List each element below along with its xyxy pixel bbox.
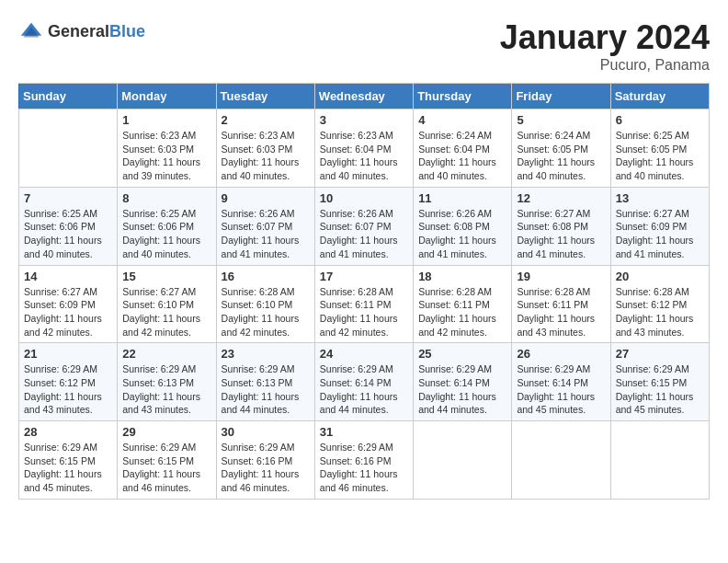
calendar-cell: 30Sunrise: 6:29 AMSunset: 6:16 PMDayligh…	[216, 421, 314, 500]
month-title: January 2024	[500, 18, 710, 57]
calendar-table: SundayMondayTuesdayWednesdayThursdayFrid…	[18, 83, 710, 500]
calendar-cell: 10Sunrise: 6:26 AMSunset: 6:07 PMDayligh…	[314, 187, 413, 265]
cell-info: Sunrise: 6:27 AMSunset: 6:09 PMDaylight:…	[24, 285, 112, 339]
day-number: 10	[320, 191, 408, 205]
day-number: 6	[616, 113, 704, 127]
calendar-cell: 4Sunrise: 6:24 AMSunset: 6:04 PMDaylight…	[414, 109, 512, 188]
day-number: 22	[122, 347, 210, 361]
cell-info: Sunrise: 6:23 AMSunset: 6:03 PMDaylight:…	[122, 129, 210, 183]
calendar-cell: 12Sunrise: 6:27 AMSunset: 6:08 PMDayligh…	[512, 187, 610, 265]
day-number: 28	[24, 425, 112, 439]
calendar-cell: 14Sunrise: 6:27 AMSunset: 6:09 PMDayligh…	[19, 265, 118, 343]
cell-info: Sunrise: 6:29 AMSunset: 6:16 PMDaylight:…	[320, 441, 408, 495]
cell-info: Sunrise: 6:25 AMSunset: 6:05 PMDaylight:…	[616, 129, 704, 183]
cell-info: Sunrise: 6:27 AMSunset: 6:09 PMDaylight:…	[616, 207, 704, 261]
cell-info: Sunrise: 6:29 AMSunset: 6:15 PMDaylight:…	[616, 362, 704, 417]
page-header: GeneralBlue January 2024 Pucuro, Panama	[18, 18, 710, 74]
title-area: January 2024 Pucuro, Panama	[500, 18, 710, 74]
day-number: 27	[616, 347, 704, 361]
day-number: 2	[222, 113, 310, 127]
day-number: 24	[320, 347, 408, 361]
day-number: 14	[24, 270, 112, 283]
calendar-cell: 19Sunrise: 6:28 AMSunset: 6:11 PMDayligh…	[512, 265, 610, 343]
day-number: 11	[418, 191, 506, 205]
cell-info: Sunrise: 6:29 AMSunset: 6:16 PMDaylight:…	[222, 441, 310, 495]
day-number: 20	[616, 270, 704, 283]
calendar-cell	[19, 109, 118, 188]
week-row-3: 14Sunrise: 6:27 AMSunset: 6:09 PMDayligh…	[19, 265, 710, 343]
cell-info: Sunrise: 6:23 AMSunset: 6:04 PMDaylight:…	[320, 129, 408, 183]
column-header-friday: Friday	[512, 84, 610, 109]
column-header-wednesday: Wednesday	[314, 84, 413, 109]
cell-info: Sunrise: 6:29 AMSunset: 6:12 PMDaylight:…	[24, 362, 112, 417]
day-number: 3	[320, 113, 408, 127]
calendar-cell: 13Sunrise: 6:27 AMSunset: 6:09 PMDayligh…	[610, 187, 709, 265]
column-header-tuesday: Tuesday	[216, 84, 314, 109]
day-number: 7	[24, 191, 112, 205]
day-number: 8	[122, 191, 210, 205]
week-row-4: 21Sunrise: 6:29 AMSunset: 6:12 PMDayligh…	[19, 343, 710, 421]
day-number: 30	[222, 425, 310, 439]
calendar-cell: 26Sunrise: 6:29 AMSunset: 6:14 PMDayligh…	[512, 343, 610, 421]
calendar-cell: 18Sunrise: 6:28 AMSunset: 6:11 PMDayligh…	[414, 265, 512, 343]
day-number: 31	[320, 425, 408, 439]
calendar-cell: 7Sunrise: 6:25 AMSunset: 6:06 PMDaylight…	[19, 187, 118, 265]
cell-info: Sunrise: 6:29 AMSunset: 6:14 PMDaylight:…	[517, 362, 605, 417]
cell-info: Sunrise: 6:27 AMSunset: 6:08 PMDaylight:…	[517, 207, 605, 261]
logo-icon	[18, 18, 44, 44]
calendar-cell: 6Sunrise: 6:25 AMSunset: 6:05 PMDaylight…	[610, 109, 709, 188]
day-number: 9	[222, 191, 310, 205]
day-number: 1	[122, 113, 210, 127]
day-number: 13	[616, 191, 704, 205]
calendar-cell: 20Sunrise: 6:28 AMSunset: 6:12 PMDayligh…	[610, 265, 709, 343]
day-number: 26	[517, 347, 605, 361]
calendar-cell: 24Sunrise: 6:29 AMSunset: 6:14 PMDayligh…	[314, 343, 413, 421]
day-number: 29	[122, 425, 210, 439]
calendar-cell: 15Sunrise: 6:27 AMSunset: 6:10 PMDayligh…	[118, 265, 216, 343]
day-number: 18	[418, 270, 506, 283]
day-number: 21	[24, 347, 112, 361]
column-header-sunday: Sunday	[19, 84, 118, 109]
cell-info: Sunrise: 6:25 AMSunset: 6:06 PMDaylight:…	[122, 207, 210, 261]
day-number: 23	[222, 347, 310, 361]
cell-info: Sunrise: 6:29 AMSunset: 6:13 PMDaylight:…	[222, 362, 310, 417]
calendar-cell: 31Sunrise: 6:29 AMSunset: 6:16 PMDayligh…	[314, 421, 413, 500]
calendar-cell: 17Sunrise: 6:28 AMSunset: 6:11 PMDayligh…	[314, 265, 413, 343]
day-number: 15	[122, 270, 210, 283]
calendar-cell: 29Sunrise: 6:29 AMSunset: 6:15 PMDayligh…	[118, 421, 216, 500]
day-number: 16	[222, 270, 310, 283]
calendar-cell: 3Sunrise: 6:23 AMSunset: 6:04 PMDaylight…	[314, 109, 413, 188]
calendar-cell: 25Sunrise: 6:29 AMSunset: 6:14 PMDayligh…	[414, 343, 512, 421]
column-header-saturday: Saturday	[610, 84, 709, 109]
calendar-cell: 8Sunrise: 6:25 AMSunset: 6:06 PMDaylight…	[118, 187, 216, 265]
calendar-cell: 5Sunrise: 6:24 AMSunset: 6:05 PMDaylight…	[512, 109, 610, 188]
cell-info: Sunrise: 6:25 AMSunset: 6:06 PMDaylight:…	[24, 207, 112, 261]
calendar-cell: 23Sunrise: 6:29 AMSunset: 6:13 PMDayligh…	[216, 343, 314, 421]
day-number: 25	[418, 347, 506, 361]
cell-info: Sunrise: 6:28 AMSunset: 6:11 PMDaylight:…	[517, 285, 605, 339]
logo: GeneralBlue	[18, 18, 145, 44]
cell-info: Sunrise: 6:28 AMSunset: 6:11 PMDaylight:…	[320, 285, 408, 339]
cell-info: Sunrise: 6:24 AMSunset: 6:04 PMDaylight:…	[418, 129, 506, 183]
cell-info: Sunrise: 6:23 AMSunset: 6:03 PMDaylight:…	[222, 129, 310, 183]
day-number: 12	[517, 191, 605, 205]
cell-info: Sunrise: 6:26 AMSunset: 6:07 PMDaylight:…	[320, 207, 408, 261]
calendar-cell	[512, 421, 610, 500]
calendar-cell: 9Sunrise: 6:26 AMSunset: 6:07 PMDaylight…	[216, 187, 314, 265]
cell-info: Sunrise: 6:26 AMSunset: 6:07 PMDaylight:…	[222, 207, 310, 261]
column-header-thursday: Thursday	[414, 84, 512, 109]
calendar-cell: 27Sunrise: 6:29 AMSunset: 6:15 PMDayligh…	[610, 343, 709, 421]
cell-info: Sunrise: 6:24 AMSunset: 6:05 PMDaylight:…	[517, 129, 605, 183]
calendar-cell: 11Sunrise: 6:26 AMSunset: 6:08 PMDayligh…	[414, 187, 512, 265]
column-header-monday: Monday	[118, 84, 216, 109]
cell-info: Sunrise: 6:29 AMSunset: 6:15 PMDaylight:…	[24, 441, 112, 495]
cell-info: Sunrise: 6:26 AMSunset: 6:08 PMDaylight:…	[418, 207, 506, 261]
cell-info: Sunrise: 6:28 AMSunset: 6:12 PMDaylight:…	[616, 285, 704, 339]
calendar-cell: 28Sunrise: 6:29 AMSunset: 6:15 PMDayligh…	[19, 421, 118, 500]
cell-info: Sunrise: 6:29 AMSunset: 6:14 PMDaylight:…	[418, 362, 506, 417]
week-row-1: 1Sunrise: 6:23 AMSunset: 6:03 PMDaylight…	[19, 109, 710, 188]
calendar-cell: 21Sunrise: 6:29 AMSunset: 6:12 PMDayligh…	[19, 343, 118, 421]
week-row-5: 28Sunrise: 6:29 AMSunset: 6:15 PMDayligh…	[19, 421, 710, 500]
logo-text-blue: Blue	[109, 22, 145, 40]
calendar-cell	[610, 421, 709, 500]
